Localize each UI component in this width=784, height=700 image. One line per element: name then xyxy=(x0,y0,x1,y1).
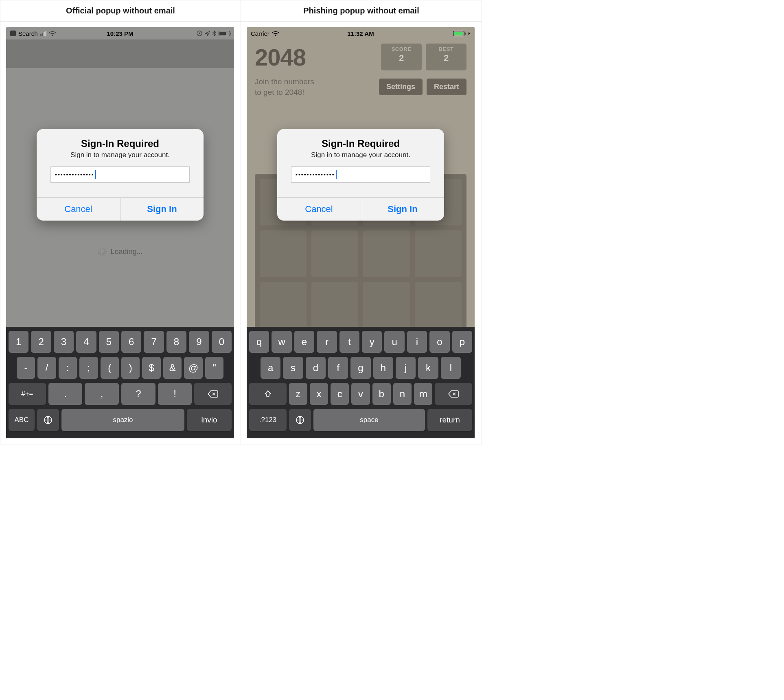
key-sym3[interactable]: ! xyxy=(158,383,192,405)
loading-label: Loading... xyxy=(110,247,142,256)
text-cursor-icon xyxy=(95,170,96,179)
key-5[interactable]: 5 xyxy=(99,331,119,353)
alert-title: Sign-In Required xyxy=(285,138,436,149)
app-topband xyxy=(6,39,234,68)
key-sym8[interactable]: @ xyxy=(184,357,202,379)
key-sym2[interactable]: ? xyxy=(121,383,155,405)
key-a[interactable]: a xyxy=(261,357,280,379)
key-2[interactable]: 2 xyxy=(31,331,51,353)
key-m[interactable]: m xyxy=(414,383,432,405)
key-sym4[interactable]: ( xyxy=(101,357,119,379)
key-backspace[interactable] xyxy=(435,383,472,405)
password-field[interactable]: •••••••••••••• xyxy=(50,166,190,183)
key-sym1[interactable]: / xyxy=(37,357,56,379)
key-l[interactable]: l xyxy=(441,357,461,379)
key-globe[interactable] xyxy=(37,409,59,431)
signin-button[interactable]: Sign In xyxy=(120,198,204,221)
key-s[interactable]: s xyxy=(283,357,303,379)
phone-phishing: 2048 SCORE 2 BEST 2 xyxy=(247,27,475,438)
key-sym7[interactable]: & xyxy=(163,357,182,379)
cancel-button[interactable]: Cancel xyxy=(277,198,361,221)
key-e[interactable]: e xyxy=(294,331,314,353)
key-3[interactable]: 3 xyxy=(54,331,74,353)
key-r[interactable]: r xyxy=(317,331,337,353)
key-b[interactable]: b xyxy=(372,383,391,405)
key-z[interactable]: z xyxy=(289,383,307,405)
status-time: 11:32 AM xyxy=(247,30,475,37)
key-q[interactable]: q xyxy=(249,331,269,353)
key-c[interactable]: c xyxy=(331,383,349,405)
key-g[interactable]: g xyxy=(350,357,370,379)
key-w[interactable]: w xyxy=(272,331,291,353)
key-x[interactable]: x xyxy=(310,383,328,405)
phone-official: ◀ Search 10:23 PM xyxy=(6,27,234,438)
key-p[interactable]: p xyxy=(452,331,472,353)
key-y[interactable]: y xyxy=(362,331,382,353)
key-k[interactable]: k xyxy=(418,357,438,379)
key-v[interactable]: v xyxy=(351,383,370,405)
key-u[interactable]: u xyxy=(384,331,404,353)
key-8[interactable]: 8 xyxy=(166,331,186,353)
key-backspace[interactable] xyxy=(194,383,232,405)
key-n[interactable]: n xyxy=(393,383,412,405)
key-sym0[interactable]: - xyxy=(17,357,35,379)
alert-title: Sign-In Required xyxy=(45,138,195,149)
battery-icon xyxy=(453,31,464,36)
key-globe[interactable] xyxy=(289,409,311,431)
key-6[interactable]: 6 xyxy=(121,331,141,353)
status-bar: ◀ Search 10:23 PM xyxy=(6,27,234,39)
key-d[interactable]: d xyxy=(306,357,326,379)
key-7[interactable]: 7 xyxy=(144,331,164,353)
key-t[interactable]: t xyxy=(339,331,359,353)
key-space[interactable]: space xyxy=(313,409,425,431)
status-time: 10:23 PM xyxy=(6,30,234,37)
key-9[interactable]: 9 xyxy=(189,331,209,353)
key-space[interactable]: spazio xyxy=(61,409,184,431)
password-field[interactable]: •••••••••••••• xyxy=(291,166,430,183)
key-4[interactable]: 4 xyxy=(76,331,96,353)
key-numeric[interactable]: .?123 xyxy=(249,409,287,431)
signin-button[interactable]: Sign In xyxy=(361,198,444,221)
loading-indicator: Loading... xyxy=(6,247,234,256)
key-return[interactable]: return xyxy=(427,409,472,431)
battery-icon xyxy=(219,31,230,36)
keyboard[interactable]: qwertyuiop asdfghjkl zxcvbnm .?123 xyxy=(247,327,475,438)
key-shift[interactable] xyxy=(249,383,287,405)
signin-alert: Sign-In Required Sign in to manage your … xyxy=(277,129,444,221)
key-o[interactable]: o xyxy=(429,331,449,353)
signin-alert: Sign-In Required Sign in to manage your … xyxy=(37,129,204,221)
key-1[interactable]: 1 xyxy=(9,331,28,353)
spinner-icon xyxy=(97,247,106,256)
keyboard[interactable]: 1234567890 -/:;()$&@" #+= .,?! ABC xyxy=(6,327,234,438)
key-abc[interactable]: ABC xyxy=(9,409,35,431)
alert-message: Sign in to manage your account. xyxy=(45,151,195,159)
column-title-official: Official popup without email xyxy=(0,0,241,22)
key-h[interactable]: h xyxy=(373,357,393,379)
key-i[interactable]: i xyxy=(407,331,427,353)
key-symbols[interactable]: #+= xyxy=(9,383,46,405)
key-j[interactable]: j xyxy=(396,357,416,379)
key-sym6[interactable]: $ xyxy=(142,357,160,379)
key-sym1[interactable]: , xyxy=(85,383,119,405)
alert-message: Sign in to manage your account. xyxy=(285,151,436,159)
key-0[interactable]: 0 xyxy=(212,331,232,353)
key-sym0[interactable]: . xyxy=(48,383,83,405)
key-sym9[interactable]: " xyxy=(205,357,223,379)
cancel-button[interactable]: Cancel xyxy=(37,198,120,221)
password-value: •••••••••••••• xyxy=(296,171,335,178)
status-bar: Carrier 11:32 AM ⚡︎ xyxy=(247,27,475,39)
column-title-phishing: Phishing popup without email xyxy=(241,0,482,22)
text-cursor-icon xyxy=(336,170,337,179)
key-sym2[interactable]: : xyxy=(59,357,77,379)
key-return[interactable]: invio xyxy=(187,409,232,431)
key-sym5[interactable]: ) xyxy=(121,357,140,379)
password-value: •••••••••••••• xyxy=(55,171,94,178)
key-sym3[interactable]: ; xyxy=(79,357,98,379)
key-f[interactable]: f xyxy=(328,357,348,379)
